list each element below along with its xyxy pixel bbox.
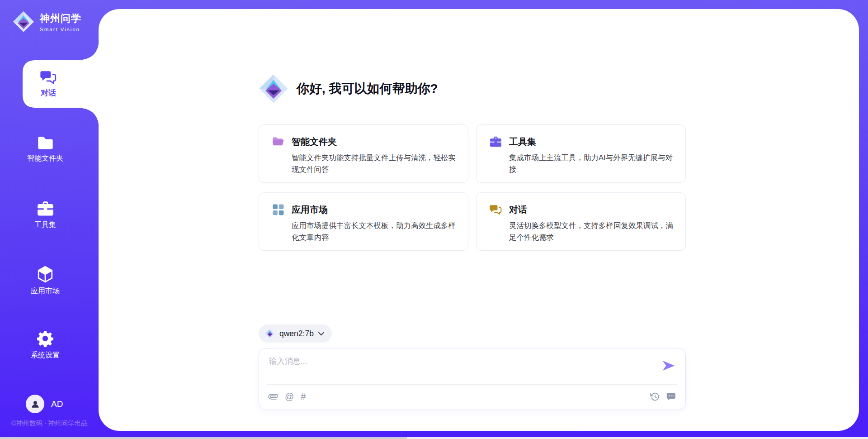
- card-title: 应用市场: [292, 204, 328, 216]
- greeting-block: 你好, 我可以如何帮助你?: [259, 74, 438, 104]
- card-title: 工具集: [509, 136, 536, 148]
- history-clock-icon: [650, 392, 660, 401]
- card-description: 集成市场上主流工具，助力AI与外界无缝扩展与对接: [509, 152, 674, 175]
- model-diamond-icon: [265, 329, 275, 339]
- sidebar-item-label: 智能文件夹: [27, 154, 63, 163]
- card-toolset[interactable]: 工具集 集成市场上主流工具，助力AI与外界无缝扩展与对接: [476, 124, 686, 183]
- person-icon: [30, 399, 40, 409]
- sidebar-item-label: 系统设置: [31, 351, 60, 360]
- send-button[interactable]: [662, 359, 675, 372]
- sidebar-item-label: 工具集: [34, 220, 56, 230]
- user-profile[interactable]: AD: [26, 395, 63, 413]
- sidebar-item-toolset[interactable]: 工具集: [0, 201, 90, 230]
- brand-diamond-icon: [13, 11, 34, 33]
- mention-button[interactable]: @: [285, 391, 294, 402]
- brand-subtitle: Smart Vision: [40, 27, 81, 32]
- feature-cards: 智能文件夹 智能文件夹功能支持批量文件上传与清洗，轻松实现文件问答 工具集 集成…: [259, 124, 686, 251]
- card-description: 应用市场提供丰富长文本模板，助力高效生成多样化文章内容: [292, 220, 456, 243]
- horizontal-scrollbar: [0, 437, 868, 439]
- composer-tools-right: [650, 391, 676, 402]
- folder-open-icon: [272, 136, 284, 148]
- chat-bubbles-icon: [490, 204, 502, 215]
- hash-icon: #: [301, 391, 306, 402]
- toolbox-icon: [490, 136, 502, 148]
- toolbox-icon: [37, 201, 54, 217]
- card-description: 智能文件夹功能支持批量文件上传与清洗，轻松实现文件问答: [292, 152, 456, 175]
- sidebar: 神州问学 Smart Vision 对话 智能文件夹 工具集 应用市场 系统设置…: [0, 0, 99, 439]
- main-content: 你好, 我可以如何帮助你? 智能文件夹 智能文件夹功能支持批量文件上传与清洗，轻…: [259, 9, 686, 431]
- folder-icon: [37, 135, 54, 150]
- model-name: qwen2:7b: [279, 329, 314, 339]
- composer-tools-left: @ #: [269, 391, 306, 402]
- chat-bubbles-icon: [40, 70, 57, 85]
- attach-file-button[interactable]: [269, 391, 278, 402]
- cube-icon: [37, 266, 53, 283]
- sidebar-item-label: 对话: [41, 88, 56, 98]
- at-icon: @: [285, 391, 294, 402]
- card-chat[interactable]: 对话 灵活切换多模型文件，支持多样回复效果调试，满足个性化需求: [476, 192, 686, 251]
- topic-button[interactable]: #: [301, 391, 306, 402]
- sidebar-item-settings[interactable]: 系统设置: [0, 330, 90, 360]
- grid-icon: [272, 204, 284, 215]
- user-initials: AD: [51, 399, 63, 409]
- history-button[interactable]: [650, 391, 660, 402]
- paperclip-icon: [267, 390, 280, 403]
- composer-divider: [267, 384, 677, 385]
- model-selector[interactable]: qwen2:7b: [259, 324, 332, 343]
- copyright-footer: ©神州数码 · 神州问学出品: [11, 419, 88, 428]
- send-icon: [662, 359, 675, 372]
- gear-icon: [37, 330, 54, 347]
- comment-icon: [666, 392, 676, 401]
- message-composer: @ #: [259, 348, 686, 410]
- card-title: 智能文件夹: [292, 136, 337, 148]
- sidebar-item-app-market[interactable]: 应用市场: [0, 266, 90, 296]
- scrollbar-thumb[interactable]: [0, 437, 407, 439]
- brand-logo: 神州问学 Smart Vision: [13, 11, 81, 33]
- avatar: [26, 395, 44, 413]
- chevron-down-icon: [318, 332, 324, 336]
- card-app-market[interactable]: 应用市场 应用市场提供丰富长文本模板，助力高效生成多样化文章内容: [259, 192, 468, 251]
- card-smart-folder[interactable]: 智能文件夹 智能文件夹功能支持批量文件上传与清洗，轻松实现文件问答: [259, 124, 468, 183]
- brand-name: 神州问学: [40, 12, 81, 25]
- card-title: 对话: [509, 204, 527, 216]
- assistant-diamond-icon: [259, 74, 288, 104]
- sidebar-item-label: 应用市场: [31, 286, 60, 296]
- card-description: 灵活切换多模型文件，支持多样回复效果调试，满足个性化需求: [509, 220, 674, 243]
- sidebar-item-chat[interactable]: 对话: [22, 60, 75, 108]
- sidebar-item-smart-folder[interactable]: 智能文件夹: [0, 135, 90, 163]
- conversation-button[interactable]: [666, 391, 676, 402]
- greeting-text: 你好, 我可以如何帮助你?: [297, 80, 438, 97]
- message-input[interactable]: [269, 356, 649, 381]
